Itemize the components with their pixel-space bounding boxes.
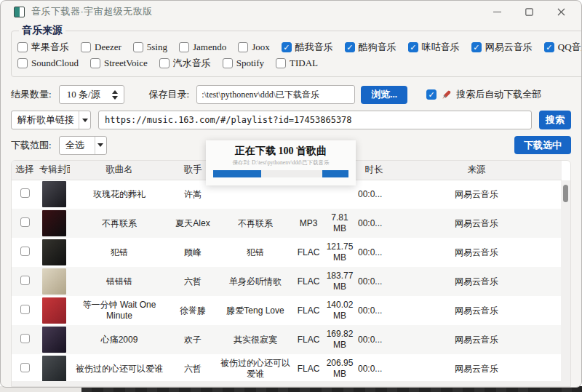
checkbox[interactable] — [90, 58, 100, 68]
source-label: 酷我音乐 — [295, 41, 333, 54]
download-selected-button[interactable]: 下载选中 — [514, 136, 571, 154]
checkbox[interactable]: ✓ — [282, 42, 292, 52]
download-progress-dialog: 正在下载 100 首歌曲 保存到: D:\test\pythonenv\ddd\… — [206, 140, 356, 185]
album-name: 其实很寂寞 — [217, 325, 294, 354]
artist-name: 夏天Alex — [169, 209, 217, 238]
source-checkbox-item[interactable]: Spotify — [223, 57, 264, 69]
source-label: 5sing — [147, 41, 167, 53]
format: FLAC — [294, 325, 323, 354]
source-checkbox-item[interactable]: ✓咪咕音乐 — [408, 41, 460, 54]
artist-name: 六哲 — [169, 354, 217, 383]
album-name: 犯错 — [217, 238, 294, 267]
results-table: 选择专辑封面歌曲名歌手专辑格式大小时长来源 玫瑰花的葬礼许嵩00:0...网易云… — [11, 160, 571, 387]
format: FLAC — [294, 238, 323, 267]
album-name: 单身必听情歌 — [217, 267, 294, 296]
file-size: 206.95 MB — [323, 354, 356, 383]
album-name: 被伤过的心还可以爱谁 — [217, 354, 294, 383]
duration: 00:0... — [356, 296, 391, 325]
parse-mode-value: 解析歌单链接 — [12, 113, 79, 127]
source-label: 网易云音乐 — [485, 41, 533, 54]
source-checkbox-item[interactable]: ✓酷我音乐 — [282, 41, 333, 54]
format: FLAC — [294, 296, 323, 325]
source-checkbox-item[interactable]: Joox — [238, 41, 270, 53]
save-dir-input[interactable] — [196, 85, 355, 104]
row-select-checkbox[interactable] — [20, 363, 30, 372]
source-checkbox-item[interactable]: ✓网易云音乐 — [471, 41, 533, 54]
row-select-checkbox[interactable] — [20, 276, 30, 285]
parse-mode-select[interactable]: 解析歌单链接 — [11, 111, 91, 129]
album-cover — [42, 327, 66, 353]
source-checkbox-item[interactable]: ✓QQ音乐 — [544, 41, 582, 54]
maximize-button[interactable] — [513, 1, 545, 22]
result-count-spinner[interactable]: 10 条/源 — [59, 85, 124, 104]
browse-button[interactable]: 浏览... — [361, 86, 407, 104]
table-row: 不再联系夏天Alex不再联系MP37.81 MB00:0...网易云音乐 — [12, 209, 562, 238]
auto-download-checkbox[interactable]: ✓ — [426, 89, 436, 100]
source-checkbox-item[interactable]: TIDAL — [276, 57, 318, 69]
song-name: 被伤过的心还可以爱谁 — [70, 354, 169, 383]
horizontal-scrollbar[interactable] — [12, 381, 561, 386]
checkbox[interactable] — [133, 42, 143, 52]
checkbox[interactable] — [223, 58, 233, 68]
table-row: 等一分钟 Wait One Minute徐誉滕滕爱Teng LoveFLAC14… — [12, 296, 562, 325]
playlist-url-input[interactable] — [98, 111, 532, 129]
checkbox[interactable] — [159, 58, 170, 68]
settings-row: 结果数量: 10 条/源 保存目录: 浏览... ✓ 搜索后自动下载全部 — [11, 85, 571, 104]
spinner-arrows-icon[interactable] — [106, 86, 124, 103]
source-label: 咪咕音乐 — [422, 41, 460, 54]
source: 网易云音乐 — [391, 180, 562, 209]
table-row: 错错错六哲单身必听情歌FLAC183.77 MB00:0...网易云音乐 — [12, 267, 562, 296]
checkbox[interactable] — [238, 42, 248, 52]
source-checkbox-item[interactable]: StreetVoice — [90, 57, 148, 69]
app-icon — [14, 7, 25, 17]
album-cover — [42, 181, 66, 207]
window-title: 音乐下载器·宇宙超级无敌版 — [31, 5, 153, 18]
duration: 00:0... — [356, 180, 391, 209]
artist-name: 徐誉滕 — [169, 296, 217, 325]
row-select-checkbox[interactable] — [20, 334, 30, 343]
download-save-path: 保存到: D:\test\pythonenv\ddd\已下载音乐 — [226, 159, 335, 167]
song-name: 玫瑰花的葬礼 — [70, 180, 169, 209]
file-size: 140.02 MB — [323, 296, 356, 325]
source-checkbox-item[interactable]: 汽水音乐 — [159, 57, 211, 70]
row-select-checkbox[interactable] — [20, 305, 30, 314]
table-row: 被伤过的心还可以爱谁六哲被伤过的心还可以爱谁FLAC206.95 MB00:0.… — [12, 354, 562, 383]
checkbox[interactable] — [276, 58, 286, 68]
checkbox[interactable]: ✓ — [544, 42, 554, 52]
search-button[interactable]: 搜索 — [539, 111, 571, 129]
song-name: 不再联系 — [70, 209, 169, 238]
row-select-checkbox[interactable] — [20, 188, 30, 198]
source-checkbox-item[interactable]: 5sing — [133, 41, 167, 53]
checkbox[interactable] — [17, 42, 28, 52]
source-checkbox-item[interactable]: ✓酷狗音乐 — [345, 41, 396, 54]
source-label: 汽水音乐 — [173, 57, 211, 70]
checkbox[interactable] — [17, 58, 28, 68]
scrollbar-thumb[interactable] — [563, 185, 568, 202]
row-select-checkbox[interactable] — [20, 247, 30, 256]
download-progress-title: 正在下载 100 首歌曲 — [235, 145, 327, 158]
checkbox[interactable]: ✓ — [471, 42, 482, 52]
sources-row-2: SoundCloudStreetVoice汽水音乐SpotifyTIDAL — [17, 55, 582, 71]
checkbox[interactable]: ✓ — [408, 42, 418, 52]
checkbox[interactable]: ✓ — [345, 42, 355, 52]
column-header: 歌曲名 — [70, 161, 169, 180]
sources-row-1: 苹果音乐Deezer5singJamendoJoox✓酷我音乐✓酷狗音乐✓咪咕音… — [17, 39, 582, 55]
minimize-button[interactable] — [481, 1, 513, 22]
download-range-select[interactable]: 全选 — [59, 136, 107, 155]
source-checkbox-item[interactable]: Deezer — [81, 41, 121, 53]
checkbox[interactable] — [179, 42, 189, 52]
source-checkbox-item[interactable]: 苹果音乐 — [17, 41, 69, 54]
vertical-scrollbar[interactable] — [561, 180, 570, 386]
source-label: 苹果音乐 — [31, 41, 69, 54]
source: 网易云音乐 — [391, 325, 562, 354]
music-sources-group: 音乐来源 苹果音乐Deezer5singJamendoJoox✓酷我音乐✓酷狗音… — [11, 24, 582, 77]
source-checkbox-item[interactable]: Jamendo — [179, 41, 226, 53]
row-select-checkbox[interactable] — [20, 217, 30, 227]
source: 网易云音乐 — [391, 267, 562, 296]
table-row: 心痛2009欢子其实很寂寞FLAC169.82 MB00:0...网易云音乐 — [12, 325, 562, 354]
save-dir-label: 保存目录: — [149, 88, 190, 101]
close-button[interactable] — [545, 1, 577, 22]
checkbox[interactable] — [81, 42, 91, 52]
source-checkbox-item[interactable]: SoundCloud — [17, 57, 79, 69]
download-range-value: 全选 — [60, 139, 89, 152]
